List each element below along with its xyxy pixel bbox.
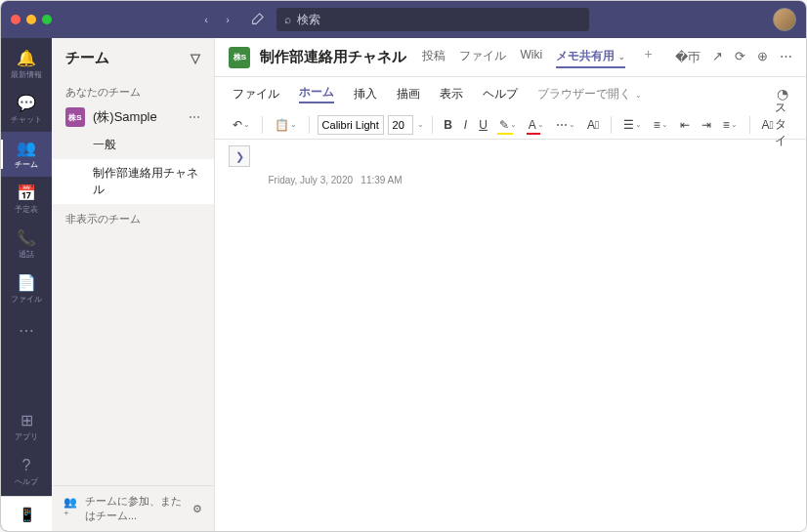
refresh-icon[interactable]: ⟳ — [735, 49, 745, 66]
calendar-icon: 📅 — [17, 184, 36, 202]
rail-calendar[interactable]: 📅予定表 — [1, 177, 52, 222]
align-button[interactable]: ≡⌄ — [719, 116, 742, 134]
bold-button[interactable]: B — [440, 116, 456, 134]
menu-draw[interactable]: 描画 — [397, 86, 420, 102]
hidden-teams-label[interactable]: 非表示のチーム — [52, 204, 214, 230]
tab-posts[interactable]: 投稿 — [422, 46, 446, 68]
sidebar-footer: 👥⁺ チームに参加、またはチーム... ⚙ — [52, 485, 214, 531]
italic-button[interactable]: I — [460, 116, 471, 134]
menu-browser[interactable]: ブラウザーで開く ⌄ — [537, 86, 641, 102]
file-icon: 📄 — [17, 273, 36, 292]
search-placeholder: 検索 — [297, 12, 320, 28]
page-title-input[interactable] — [268, 149, 792, 169]
page-date: Friday, July 3, 2020 11:39 AM — [268, 175, 792, 185]
indent-button[interactable]: ⇥ — [698, 116, 715, 134]
chevron-down-icon: ⌄ — [618, 53, 625, 61]
user-avatar[interactable] — [773, 8, 796, 31]
teams-sidebar: チーム ▽ あなたのチーム 株S (株)Sample ⋯ 一般 制作部連絡用チャ… — [52, 38, 215, 531]
channel-general[interactable]: 一般 — [52, 131, 214, 159]
menu-file[interactable]: ファイル — [233, 86, 279, 102]
rail-more[interactable]: ⋯ — [9, 311, 44, 349]
note-page[interactable]: Friday, July 3, 2020 11:39 AM — [268, 145, 792, 525]
font-color-button[interactable]: A⌄ — [525, 116, 548, 134]
search-input[interactable]: ⌕ 検索 — [276, 8, 589, 31]
channel-badge: 株S — [229, 47, 250, 68]
minimize-window[interactable] — [26, 15, 36, 24]
content-area: 株S 制作部連絡用チャネル 投稿 ファイル Wiki メモ共有用 ⌄ + �帀 … — [215, 38, 806, 531]
rail-apps[interactable]: ⊞アプリ — [1, 406, 52, 451]
close-window[interactable] — [11, 15, 21, 24]
tab-memo[interactable]: メモ共有用 ⌄ — [556, 46, 624, 68]
bell-icon: 🔔 — [17, 49, 36, 67]
numbering-button[interactable]: ≡⌄ — [650, 116, 672, 134]
toggle-pane-button[interactable]: ❯ — [229, 145, 250, 167]
bullets-button[interactable]: ☰⌄ — [619, 116, 646, 134]
compose-button[interactable] — [245, 8, 269, 31]
apps-icon: ⊞ — [21, 411, 33, 430]
editor-body: ❯ Friday, July 3, 2020 11:39 AM — [215, 140, 806, 531]
rail-files[interactable]: 📄ファイル — [1, 266, 52, 311]
more-formatting[interactable]: ⋯⌄ — [552, 116, 579, 134]
filter-icon[interactable]: ▽ — [191, 51, 200, 65]
history-nav: ‹ › — [196, 8, 237, 31]
more-icon[interactable]: ⋯ — [780, 49, 792, 66]
rail-activity[interactable]: 🔔最新情報 — [1, 42, 52, 87]
back-button[interactable]: ‹ — [196, 8, 216, 31]
maximize-window[interactable] — [42, 15, 52, 24]
menu-insert[interactable]: 挿入 — [354, 86, 377, 102]
paste-button[interactable]: 📋⌄ — [271, 116, 301, 134]
tab-files[interactable]: ファイル — [459, 46, 506, 68]
forward-button[interactable]: › — [218, 8, 237, 31]
menu-home[interactable]: ホーム — [299, 84, 334, 103]
app-rail: 🔔最新情報 💬チャット 👥チーム 📅予定表 📞通話 📄ファイル ⋯ ⊞アプリ ?… — [1, 38, 52, 531]
join-team-icon: 👥⁺ — [64, 496, 77, 521]
help-icon: ? — [22, 457, 31, 474]
your-teams-label: あなたのチーム — [52, 77, 214, 103]
globe-icon[interactable]: ⊕ — [757, 49, 768, 66]
search-icon: ⌕ — [284, 13, 291, 26]
menu-help[interactable]: ヘルプ — [483, 86, 518, 102]
popout-icon[interactable]: ↗ — [712, 49, 723, 66]
phone-icon: 📞 — [17, 228, 36, 247]
rail-help[interactable]: ?ヘルプ — [1, 451, 52, 496]
add-tab-button[interactable]: + — [639, 46, 658, 68]
team-more-icon[interactable]: ⋯ — [189, 110, 200, 124]
undo-button[interactable]: ↶⌄ — [229, 116, 254, 134]
menu-view[interactable]: 表示 — [440, 86, 463, 102]
size-select[interactable] — [388, 115, 413, 135]
rail-calls[interactable]: 📞通話 — [1, 222, 52, 266]
formatting-toolbar: ↶⌄ 📋⌄ ⌄ B I U ✎⌄ A⌄ ⋯⌄ A⃠ ☰⌄ ≡⌄ ⇤ ⇥ ≡⌄ A… — [215, 110, 806, 140]
teams-icon: 👥 — [17, 139, 36, 157]
onenote-menu: ファイル ホーム 挿入 描画 表示 ヘルプ ブラウザーで開く ⌄ ◔ — [215, 77, 806, 110]
channel-production[interactable]: 制作部連絡用チャネル — [52, 159, 214, 204]
gear-icon[interactable]: ⚙ — [192, 503, 202, 515]
font-select[interactable] — [318, 115, 384, 135]
window-controls — [11, 15, 52, 24]
underline-button[interactable]: U — [475, 116, 491, 134]
sidebar-title: チーム — [65, 49, 109, 67]
expand-tab-icon[interactable]: �帀 — [675, 49, 701, 66]
team-row[interactable]: 株S (株)Sample ⋯ — [52, 103, 214, 131]
chat-icon: 💬 — [17, 94, 36, 112]
team-badge: 株S — [65, 107, 85, 127]
highlight-button[interactable]: ✎⌄ — [495, 116, 521, 134]
rail-chat[interactable]: 💬チャット — [1, 87, 52, 132]
sidebar-header: チーム ▽ — [52, 38, 214, 77]
join-team-label[interactable]: チームに参加、またはチーム... — [85, 494, 185, 523]
titlebar: ‹ › ⌕ 検索 — [1, 1, 806, 38]
clear-format-button[interactable]: A⃠ — [583, 116, 603, 134]
header-actions: �帀 ↗ ⟳ ⊕ ⋯ — [675, 49, 792, 66]
channel-tabs: 投稿 ファイル Wiki メモ共有用 ⌄ + — [422, 46, 658, 68]
team-name: (株)Sample — [93, 108, 181, 126]
rail-teams[interactable]: 👥チーム — [1, 132, 52, 177]
tab-wiki[interactable]: Wiki — [520, 46, 542, 68]
channel-title: 制作部連絡用チャネル — [260, 48, 406, 66]
content-header: 株S 制作部連絡用チャネル 投稿 ファイル Wiki メモ共有用 ⌄ + �帀 … — [215, 38, 806, 77]
outdent-button[interactable]: ⇤ — [676, 116, 694, 134]
rail-mobile[interactable]: 📱 — [1, 496, 52, 531]
